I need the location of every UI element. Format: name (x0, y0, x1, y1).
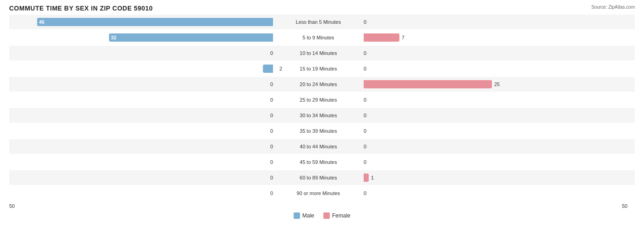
male-side: 32 (9, 33, 275, 42)
legend-male: Male (294, 212, 314, 219)
legend-female: Female (323, 212, 350, 219)
male-zero-value: 0 (270, 50, 273, 56)
axis-male: 50 (9, 203, 275, 209)
female-zero-value: 0 (364, 50, 366, 56)
row-label: 5 to 9 Minutes (275, 35, 362, 40)
male-zero-value: 0 (270, 159, 273, 165)
male-zero-value: 0 (270, 128, 273, 134)
female-side: 0 (362, 159, 628, 165)
chart-row: 020 to 24 Minutes25 (9, 77, 635, 92)
female-zero-value: 0 (364, 97, 366, 103)
male-legend-box (294, 212, 300, 219)
male-legend-label: Male (302, 212, 314, 219)
male-zero-value: 0 (270, 190, 273, 196)
chart-title: COMMUTE TIME BY SEX IN ZIP CODE 59010 (9, 5, 635, 12)
row-label: 30 to 34 Minutes (275, 113, 362, 118)
chart-row: 025 to 29 Minutes0 (9, 92, 635, 107)
male-side: 0 (9, 175, 275, 180)
female-zero-value: 0 (364, 190, 366, 196)
female-side: 0 (362, 128, 628, 134)
axis-female: 50 (362, 203, 628, 209)
female-side: 1 (362, 174, 628, 182)
chart-row: 035 to 39 Minutes0 (9, 124, 635, 138)
row-label: 60 to 89 Minutes (275, 175, 362, 180)
legend: Male Female (9, 212, 635, 219)
female-side: 0 (362, 97, 628, 103)
row-label: 35 to 39 Minutes (275, 128, 362, 134)
female-legend-label: Female (332, 212, 350, 219)
male-side: 0 (9, 50, 275, 56)
chart-container: COMMUTE TIME BY SEX IN ZIP CODE 59010 So… (0, 0, 644, 239)
row-label: 15 to 19 Minutes (275, 66, 362, 71)
female-zero-value: 0 (364, 159, 366, 165)
female-side: 25 (362, 80, 628, 88)
male-zero-value: 0 (270, 113, 273, 118)
chart-row: 040 to 44 Minutes0 (9, 139, 635, 154)
row-label: 10 to 14 Minutes (275, 50, 362, 56)
male-bar-value: 32 (111, 35, 116, 40)
chart-row: 325 to 9 Minutes7 (9, 30, 635, 45)
male-side: 0 (9, 144, 275, 149)
female-bar-value: 7 (402, 35, 404, 40)
female-zero-value: 0 (364, 113, 366, 118)
female-bar-value: 25 (494, 81, 500, 87)
female-legend-box (323, 212, 330, 219)
axis-left-label: 50 (9, 203, 15, 209)
female-side: 0 (362, 66, 628, 71)
female-side: 0 (362, 144, 628, 149)
chart-row: 045 to 59 Minutes0 (9, 155, 635, 169)
female-side: 0 (362, 50, 628, 56)
male-zero-value: 0 (270, 97, 273, 103)
male-zero-value: 0 (270, 144, 273, 149)
female-side: 0 (362, 190, 628, 196)
axis-row: 50 50 (9, 203, 635, 209)
axis-right-label: 50 (622, 203, 628, 209)
chart-row: 215 to 19 Minutes0 (9, 61, 635, 76)
male-zero-value: 0 (270, 81, 273, 87)
row-label: Less than 5 Minutes (275, 19, 362, 25)
male-side: 46 (9, 18, 275, 26)
male-side: 0 (9, 128, 275, 134)
female-zero-value: 0 (364, 19, 366, 25)
female-side: 7 (362, 33, 628, 42)
row-label: 45 to 59 Minutes (275, 159, 362, 165)
female-bar-value: 1 (371, 175, 374, 180)
row-label: 90 or more Minutes (275, 190, 362, 196)
female-zero-value: 0 (364, 128, 366, 134)
chart-row: 030 to 34 Minutes0 (9, 108, 635, 123)
chart-row: 010 to 14 Minutes0 (9, 46, 635, 60)
female-side: 0 (362, 113, 628, 118)
male-zero-value: 0 (270, 175, 273, 180)
chart-row: 060 to 89 Minutes1 (9, 170, 635, 185)
row-label: 25 to 29 Minutes (275, 97, 362, 103)
male-bar-value: 46 (39, 19, 44, 25)
chart-row: 090 or more Minutes0 (9, 186, 635, 201)
chart-row: 46Less than 5 Minutes0 (9, 15, 635, 29)
chart-area: 46Less than 5 Minutes0325 to 9 Minutes70… (9, 15, 635, 201)
male-side: 0 (9, 159, 275, 165)
female-side: 0 (362, 19, 628, 25)
male-side: 0 (9, 190, 275, 196)
female-zero-value: 0 (364, 144, 366, 149)
male-side: 0 (9, 81, 275, 87)
male-side: 0 (9, 113, 275, 118)
male-side: 0 (9, 97, 275, 103)
row-label: 40 to 44 Minutes (275, 144, 362, 149)
male-side: 2 (9, 65, 275, 73)
female-zero-value: 0 (364, 66, 366, 71)
source-label: Source: ZipAtlas.com (591, 5, 635, 10)
row-label: 20 to 24 Minutes (275, 81, 362, 87)
